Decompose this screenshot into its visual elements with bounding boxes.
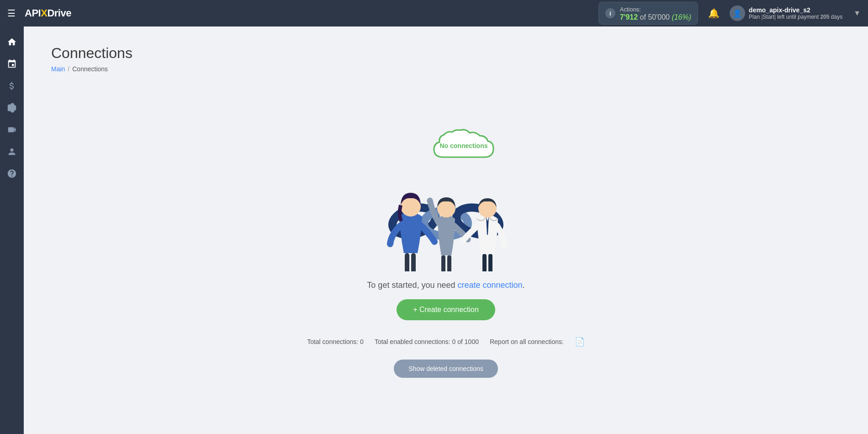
user-name: demo_apix-drive_s2 — [749, 6, 842, 14]
actions-badge: i Actions: 7'912 of 50'000 (16%) — [598, 2, 698, 25]
main-content: Connections Main / Connections — [24, 26, 868, 434]
sidebar-item-profile[interactable] — [2, 142, 22, 162]
notification-bell[interactable]: 🔔 — [705, 5, 722, 21]
info-icon: i — [605, 8, 615, 18]
illustration: No connections — [350, 125, 542, 271]
logo-api: API — [25, 7, 41, 19]
enabled-connections: Total enabled connections: 0 of 1000 — [375, 338, 479, 345]
actions-text: Actions: 7'912 of 50'000 (16%) — [620, 5, 691, 21]
stats-row: Total connections: 0 Total enabled conne… — [307, 337, 585, 347]
sidebar — [0, 26, 24, 434]
svg-rect-4 — [405, 253, 409, 271]
svg-rect-5 — [411, 253, 416, 271]
svg-rect-8 — [441, 255, 445, 271]
sidebar-item-video[interactable] — [2, 120, 22, 140]
no-connections-bubble: No connections — [429, 127, 512, 170]
logo: APIXDrive — [25, 7, 71, 19]
sidebar-item-tools[interactable] — [2, 98, 22, 118]
report-label: Report on all connections: — [490, 338, 564, 345]
main-layout: Connections Main / Connections — [0, 26, 868, 434]
avatar: 👤 — [730, 5, 745, 21]
breadcrumb-main[interactable]: Main — [51, 65, 65, 73]
breadcrumb-current: Connections — [72, 65, 108, 73]
sidebar-item-help[interactable] — [2, 164, 22, 184]
create-connection-link[interactable]: create connection — [458, 281, 523, 290]
tagline: To get started, you need create connecti… — [367, 281, 524, 290]
logo-drive: Drive — [47, 7, 71, 19]
user-plan: Plan |Start| left until payment 205 days — [749, 14, 842, 20]
sidebar-item-home[interactable] — [2, 32, 22, 52]
svg-rect-13 — [488, 254, 492, 271]
breadcrumb-separator: / — [68, 65, 69, 73]
user-info: demo_apix-drive_s2 Plan |Start| left unt… — [749, 6, 842, 20]
show-deleted-button[interactable]: Show deleted connections — [394, 360, 498, 378]
total-connections: Total connections: 0 — [307, 338, 364, 345]
center-area: No connections To get started, you need … — [51, 87, 841, 416]
sidebar-item-billing[interactable] — [2, 76, 22, 96]
report-icon[interactable]: 📄 — [575, 337, 585, 347]
top-navigation: ☰ APIXDrive i Actions: 7'912 of 50'000 (… — [0, 0, 868, 26]
logo-x: X — [41, 7, 47, 19]
menu-icon[interactable]: ☰ — [7, 8, 16, 19]
user-section: 👤 demo_apix-drive_s2 Plan |Start| left u… — [730, 5, 842, 21]
sidebar-item-connections[interactable] — [2, 54, 22, 74]
breadcrumb: Main / Connections — [51, 65, 841, 73]
page-title: Connections — [51, 45, 841, 62]
svg-rect-9 — [447, 255, 451, 271]
svg-text:No connections: No connections — [439, 142, 487, 149]
create-connection-button[interactable]: + Create connection — [397, 299, 495, 320]
user-menu-chevron[interactable]: ▼ — [853, 9, 861, 17]
svg-rect-12 — [482, 254, 487, 271]
